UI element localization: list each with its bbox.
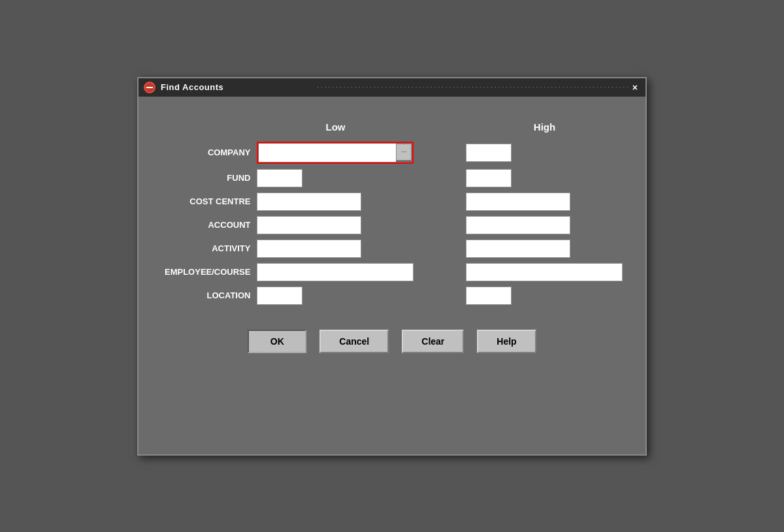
cancel-button[interactable]: Cancel bbox=[319, 330, 389, 353]
location-row: LOCATION bbox=[165, 287, 623, 305]
company-high-cell bbox=[466, 142, 623, 164]
close-button[interactable]: × bbox=[630, 82, 640, 93]
account-label: ACCOUNT bbox=[165, 216, 257, 234]
ok-button[interactable]: OK bbox=[248, 330, 306, 353]
location-high-cell bbox=[466, 287, 623, 305]
location-label: LOCATION bbox=[165, 287, 257, 305]
cost-centre-row: COST CENTRE bbox=[165, 193, 623, 211]
employee-course-low-input[interactable] bbox=[257, 263, 414, 281]
low-header: Low bbox=[257, 121, 466, 136]
company-low-input[interactable] bbox=[259, 144, 396, 162]
location-high-input[interactable] bbox=[466, 287, 512, 305]
cost-centre-low-input[interactable] bbox=[257, 193, 361, 211]
account-high-cell bbox=[466, 216, 623, 234]
fund-high-cell bbox=[466, 169, 623, 187]
activity-high-input[interactable] bbox=[466, 240, 570, 258]
cost-centre-high-cell bbox=[466, 193, 623, 211]
location-low-input[interactable] bbox=[257, 287, 302, 305]
clear-button[interactable]: Clear bbox=[402, 330, 464, 353]
account-high-input[interactable] bbox=[466, 216, 570, 234]
company-row: COMPANY ··· bbox=[165, 142, 623, 164]
account-low-input[interactable] bbox=[257, 216, 361, 234]
help-button[interactable]: Help bbox=[477, 330, 536, 353]
employee-course-low-cell bbox=[257, 263, 466, 281]
form-grid: Low High COMPANY ··· FUND bbox=[165, 116, 623, 310]
company-browse-button[interactable]: ··· bbox=[396, 144, 412, 161]
company-low-input-group: ··· bbox=[257, 142, 414, 164]
activity-label: ACTIVITY bbox=[165, 240, 257, 258]
activity-row: ACTIVITY bbox=[165, 240, 623, 258]
company-high-input[interactable] bbox=[466, 144, 512, 162]
app-icon bbox=[144, 82, 155, 93]
cost-centre-label: COST CENTRE bbox=[165, 193, 257, 211]
account-row: ACCOUNT bbox=[165, 216, 623, 234]
dialog-title: Find Accounts bbox=[161, 82, 317, 92]
activity-high-cell bbox=[466, 240, 623, 258]
company-low-cell: ··· bbox=[257, 142, 466, 164]
fund-low-cell bbox=[257, 169, 466, 187]
find-accounts-dialog: Find Accounts ··························… bbox=[137, 77, 647, 456]
high-header: High bbox=[466, 121, 623, 136]
title-bar: Find Accounts ··························… bbox=[139, 78, 645, 97]
header-row: Low High bbox=[165, 121, 623, 136]
fund-low-input[interactable] bbox=[257, 169, 302, 187]
employee-course-label: EMPLOYEE/COURSE bbox=[165, 263, 257, 281]
cost-centre-low-cell bbox=[257, 193, 466, 211]
dialog-body: Low High COMPANY ··· FUND bbox=[139, 97, 645, 379]
employee-course-high-input[interactable] bbox=[466, 263, 623, 281]
activity-low-cell bbox=[257, 240, 466, 258]
activity-low-input[interactable] bbox=[257, 240, 361, 258]
fund-high-input[interactable] bbox=[466, 169, 512, 187]
account-low-cell bbox=[257, 216, 466, 234]
location-low-cell bbox=[257, 287, 466, 305]
employee-course-row: EMPLOYEE/COURSE bbox=[165, 263, 623, 281]
fund-row: FUND bbox=[165, 169, 623, 187]
cost-centre-high-input[interactable] bbox=[466, 193, 570, 211]
fund-label: FUND bbox=[165, 169, 257, 187]
employee-course-high-cell bbox=[466, 263, 623, 281]
button-row: OK Cancel Clear Help bbox=[165, 330, 619, 366]
company-label: COMPANY bbox=[165, 142, 257, 164]
title-dots: ········································… bbox=[317, 84, 630, 91]
